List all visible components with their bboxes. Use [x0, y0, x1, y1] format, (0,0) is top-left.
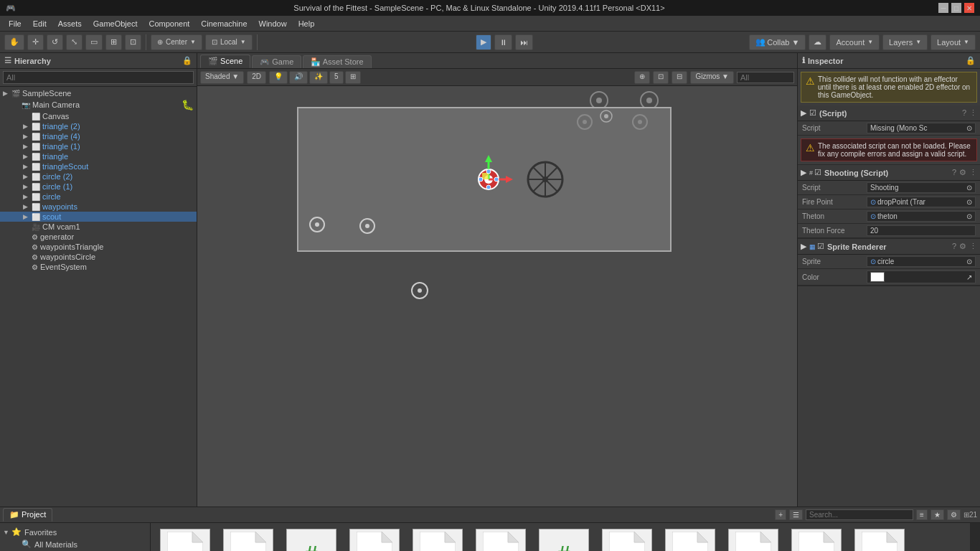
shooting-menu-icon[interactable]: ⋮: [969, 168, 977, 177]
script-checkbox[interactable]: ☑: [809, 108, 816, 118]
project-scrollbar[interactable]: [970, 523, 980, 551]
hierarchy-item-samplescene[interactable]: ▶ 🎬 SampleScene: [0, 88, 197, 98]
menu-assets[interactable]: Assets: [52, 18, 88, 29]
lighting-button[interactable]: 💡: [269, 71, 288, 84]
close-button[interactable]: ✕: [964, 3, 974, 13]
script-component-header[interactable]: ▶ ☑ (Script) ? ⋮: [798, 105, 980, 121]
hierarchy-item-eventsystem[interactable]: ⚙ EventSystem: [0, 262, 197, 272]
sprite-picker[interactable]: ⊙: [966, 258, 972, 265]
shaded-dropdown[interactable]: Shaded ▼: [200, 71, 244, 84]
script-help-icon[interactable]: ?: [962, 108, 966, 118]
hierarchy-item-triangle[interactable]: ▶ ⬜ triangle: [0, 151, 197, 161]
menu-component[interactable]: Component: [143, 18, 195, 29]
move-tool-button[interactable]: ✛: [27, 34, 44, 50]
hierarchy-search-input[interactable]: [3, 71, 194, 84]
asset-item-lifesubsqu---[interactable]: lifeSubSqu...: [156, 529, 214, 551]
firepoint-value[interactable]: ⊙ dropPoint (Trar ⊙: [867, 197, 976, 207]
hierarchy-item-trianglescout[interactable]: ▶ ⬜ triangleScout: [0, 161, 197, 171]
shooting-settings-icon[interactable]: ⚙: [959, 168, 966, 177]
maximize-button[interactable]: □: [951, 3, 961, 13]
project-add-button[interactable]: +: [775, 509, 786, 520]
project-star-button[interactable]: ★: [930, 509, 944, 520]
hierarchy-item-scout[interactable]: ▶ ⬜ scout: [0, 212, 197, 222]
color-swatch[interactable]: [870, 272, 885, 282]
scale-tool-button[interactable]: ⤡: [66, 34, 83, 50]
scene-transform-btn[interactable]: ⊡: [653, 71, 669, 84]
tab-game[interactable]: 🎮 Game: [252, 55, 301, 68]
script-enable-toggle[interactable]: ▶: [801, 108, 806, 118]
sprite-renderer-checkbox[interactable]: ☑: [817, 242, 824, 251]
arrow-circle1[interactable]: ▶: [23, 183, 32, 190]
hierarchy-item-maincamera[interactable]: 📷 Main Camera 🐛: [0, 98, 197, 111]
arrow-scout[interactable]: ▶: [23, 213, 32, 220]
cloud-button[interactable]: ☁: [809, 34, 826, 50]
hierarchy-item-triangle4[interactable]: ▶ ⬜ triangle (4): [0, 131, 197, 141]
project-search-input[interactable]: [806, 509, 913, 520]
scene-gizmo-btn[interactable]: ⊕: [634, 71, 650, 84]
fx-button[interactable]: ✨: [309, 71, 328, 84]
shooting-expand-icon[interactable]: ▶: [801, 168, 806, 177]
hierarchy-item-waypoints[interactable]: ▶ ⬜ waypoints: [0, 202, 197, 212]
firepoint-picker[interactable]: ⊙: [966, 198, 972, 206]
color-picker[interactable]: ↗: [966, 273, 972, 281]
menu-edit[interactable]: Edit: [27, 18, 52, 29]
layout-dropdown[interactable]: Layout: [930, 34, 976, 50]
sprite-renderer-settings[interactable]: ⚙: [959, 242, 966, 251]
hierarchy-item-generator[interactable]: ⚙ generator: [0, 232, 197, 242]
hierarchy-item-circle[interactable]: ▶ ⬜ circle: [0, 192, 197, 202]
script-prop-value[interactable]: Missing (Mono Sc ⊙: [867, 123, 976, 133]
minimize-button[interactable]: ─: [938, 3, 948, 13]
asset-item-producepa---[interactable]: producePa...: [661, 529, 719, 551]
gizmos-dropdown[interactable]: Gizmos ▼: [690, 71, 734, 84]
hierarchy-item-circle1[interactable]: ▶ ⬜ circle (1): [0, 182, 197, 192]
asset-item-patrolsqua---[interactable]: patrolSqua...: [472, 529, 529, 551]
arrow-triangle2[interactable]: ▶: [23, 123, 32, 130]
custom-tool-button[interactable]: ⊡: [125, 34, 141, 50]
hand-tool-button[interactable]: ✋: [4, 34, 24, 50]
rotate-tool-button[interactable]: ↺: [47, 34, 63, 50]
hierarchy-item-canvas[interactable]: ⬜ Canvas: [0, 111, 197, 121]
script-picker-icon[interactable]: ⊙: [966, 124, 972, 132]
arrow-samplescene[interactable]: ▶: [3, 90, 11, 97]
sprite-renderer-header[interactable]: ▶ ▦ ☑ Sprite Renderer ? ⚙ ⋮: [798, 239, 980, 255]
theton-force-value[interactable]: 20: [867, 225, 976, 236]
sprite-renderer-menu[interactable]: ⋮: [969, 242, 977, 251]
asset-item-remove[interactable]: remove: [725, 529, 782, 551]
menu-help[interactable]: Help: [293, 18, 321, 29]
shooting-checkbox[interactable]: ☑: [814, 168, 821, 177]
project-settings-button[interactable]: ⚙: [947, 509, 961, 520]
tab-project[interactable]: 📁 Project: [3, 508, 52, 522]
menu-window[interactable]: Window: [253, 18, 293, 29]
hierarchy-item-waypointscircle[interactable]: ⚙ waypointsCircle: [0, 252, 197, 262]
arrow-circle[interactable]: ▶: [23, 193, 32, 200]
inspector-lock[interactable]: 🔒: [966, 56, 976, 65]
theton-picker[interactable]: ⊙: [966, 212, 972, 220]
hierarchy-item-triangle1[interactable]: ▶ ⬜ triangle (1): [0, 141, 197, 151]
sprite-value[interactable]: ⊙ circle ⊙: [867, 256, 976, 267]
arrow-waypoints[interactable]: ▶: [23, 203, 32, 210]
sprite-renderer-help[interactable]: ?: [952, 242, 956, 251]
arrow-triangle[interactable]: ▶: [23, 153, 32, 160]
asset-item-makephyt---[interactable]: #makePhyt...: [283, 529, 340, 551]
sidebar-item-all-materials[interactable]: 🔍 All Materials: [0, 538, 150, 550]
script-menu-icon[interactable]: ⋮: [969, 108, 977, 118]
layers-dropdown[interactable]: Layers: [882, 34, 928, 50]
scene-viewport[interactable]: [197, 86, 797, 507]
scene-snap-btn[interactable]: ⊟: [672, 71, 687, 84]
scene-search-input[interactable]: [737, 72, 794, 83]
audio-button[interactable]: 🔊: [289, 71, 308, 84]
asset-item-lightswitch[interactable]: lightSwitch: [220, 529, 277, 551]
hierarchy-lock-icon[interactable]: 🔒: [182, 56, 192, 65]
local-dropdown[interactable]: ⊡ Local: [205, 34, 253, 50]
pause-button[interactable]: ⏸: [494, 34, 512, 50]
asset-item-patrol[interactable]: Patrol: [409, 529, 466, 551]
arrow-trianglescout[interactable]: ▶: [23, 163, 32, 170]
account-dropdown[interactable]: Account: [829, 34, 880, 50]
play-button[interactable]: ▶: [476, 34, 491, 50]
shooting-help-icon[interactable]: ?: [952, 168, 956, 177]
shooting-script-picker[interactable]: ⊙: [966, 184, 972, 192]
shooting-component-header[interactable]: ▶ # ☑ Shooting (Script) ? ⚙ ⋮: [798, 165, 980, 181]
sprite-renderer-expand-icon[interactable]: ▶: [801, 242, 806, 251]
menu-file[interactable]: File: [3, 18, 27, 29]
arrow-circle2[interactable]: ▶: [23, 173, 32, 180]
